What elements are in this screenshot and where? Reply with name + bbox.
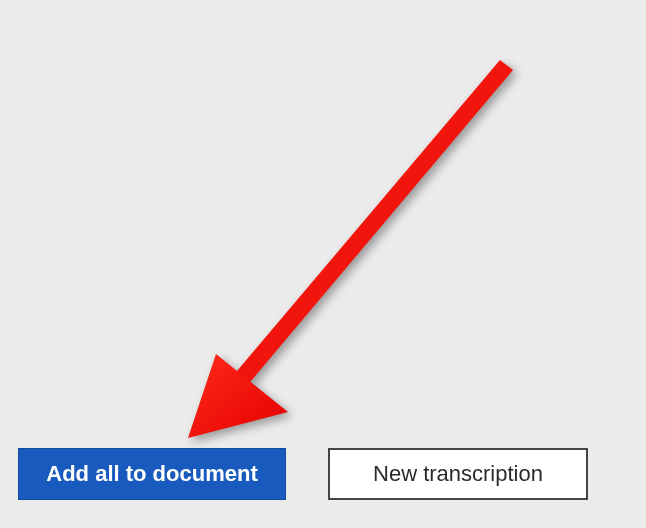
svg-marker-1 (188, 354, 288, 438)
new-transcription-button[interactable]: New transcription (328, 448, 588, 500)
annotation-arrow (168, 56, 528, 456)
svg-marker-0 (226, 60, 513, 394)
new-transcription-button-label: New transcription (373, 461, 543, 487)
add-all-to-document-button[interactable]: Add all to document (18, 448, 286, 500)
action-button-row: Add all to document New transcription (18, 448, 588, 500)
add-all-button-label: Add all to document (46, 461, 257, 487)
